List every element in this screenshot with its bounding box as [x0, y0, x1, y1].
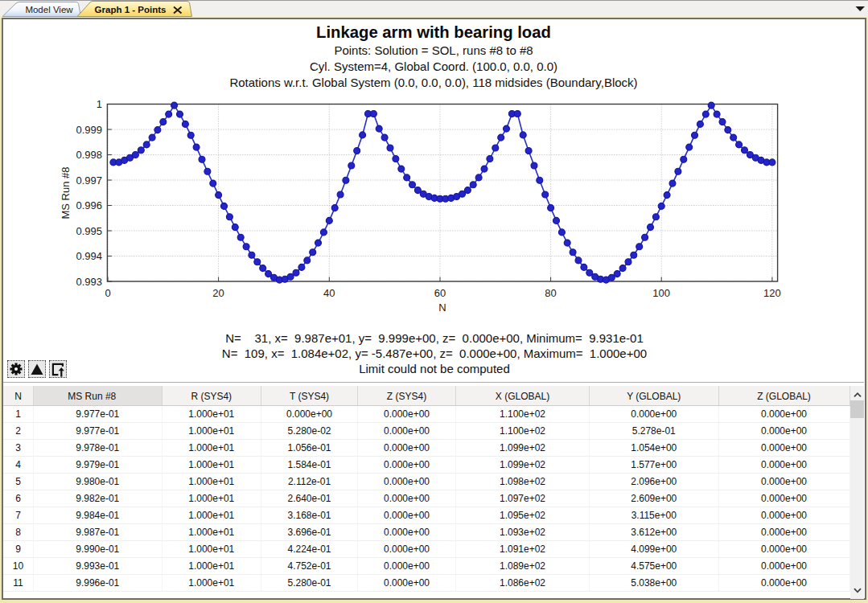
svg-text:Points: Solution = SOL, runs #: Points: Solution = SOL, runs #8 to #8 — [334, 43, 533, 57]
svg-text:40: 40 — [323, 287, 335, 299]
svg-text:N: N — [438, 302, 446, 314]
svg-text:0: 0 — [105, 287, 110, 299]
svg-text:N= 109, x= 1.084e+02, y= -5.: N= 109, x= 1.084e+02, y= -5.487e+00, z= … — [222, 347, 647, 360]
svg-text:80: 80 — [545, 287, 556, 299]
svg-text:0.998: 0.998 — [76, 149, 102, 161]
svg-text:Rotations w.r.t. Global System: Rotations w.r.t. Global System (0.0, 0.0… — [229, 76, 637, 89]
svg-text:Limit could not be computed: Limit could not be computed — [359, 362, 510, 375]
svg-text:0.997: 0.997 — [76, 174, 102, 187]
svg-text:120: 120 — [763, 287, 781, 299]
svg-text:0.993: 0.993 — [76, 276, 102, 288]
svg-text:N= 31, x= 9.987e+01, y= 9: N= 31, x= 9.987e+01, y= 9.999e+00, z= 0.… — [225, 331, 644, 345]
svg-text:Cyl. System=4, Global Coord. (: Cyl. System=4, Global Coord. (100.0, 0.0… — [310, 59, 557, 73]
svg-text:0.995: 0.995 — [76, 225, 102, 237]
svg-text:0.994: 0.994 — [76, 250, 102, 262]
svg-text:100: 100 — [652, 287, 670, 299]
svg-text:20: 20 — [212, 287, 224, 299]
svg-text:60: 60 — [434, 287, 446, 299]
svg-text:1: 1 — [97, 98, 102, 110]
svg-text:0.999: 0.999 — [76, 124, 102, 136]
svg-text:0.996: 0.996 — [76, 199, 102, 211]
svg-text:Linkage arm with bearing load: Linkage arm with bearing load — [316, 23, 551, 41]
svg-text:MS Run #8: MS Run #8 — [60, 166, 72, 219]
